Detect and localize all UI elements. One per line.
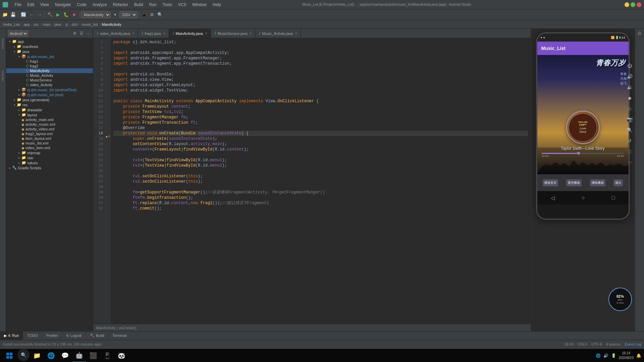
tree-main-activity[interactable]: C MainActivity [6, 68, 93, 73]
camera-icon[interactable]: 📷 [626, 116, 633, 123]
bottom-tab-logcat[interactable]: 6: Logcat [62, 331, 86, 340]
nav-vedio-list[interactable]: Vedio_List [3, 22, 20, 26]
tab-close-music[interactable]: × [295, 32, 297, 35]
toolbar-back-btn[interactable]: ← [28, 11, 35, 18]
toolbar-sdk-btn[interactable]: ⚙ [148, 11, 156, 18]
tree-music-service[interactable]: C MusicService [6, 78, 93, 82]
tree-java[interactable]: ▾ 📁 java [6, 49, 93, 54]
tree-activity-main-xml[interactable]: ◉ activity_main.xml [6, 117, 93, 122]
config-dropdown[interactable]: MainActivity [81, 11, 111, 18]
tree-frag1[interactable]: C frag1 [6, 59, 93, 64]
toolbar-run-btn[interactable]: ▶ [54, 11, 62, 18]
nav-music-list[interactable]: music_list [82, 22, 98, 26]
volume-down-icon[interactable]: 🔉 [626, 84, 633, 90]
minimize-button[interactable] [625, 2, 629, 7]
tab-close-frag1[interactable]: × [163, 32, 165, 35]
taskbar-extra1[interactable]: 📱 [101, 349, 114, 362]
project-view-select[interactable]: Android [8, 31, 28, 37]
nav-java[interactable]: java [54, 22, 61, 26]
tree-layout[interactable]: ▾ 📁 layout [6, 112, 93, 117]
taskbar-android-studio[interactable]: 🤖 [72, 349, 86, 362]
structure-tab[interactable]: Structure [1, 30, 5, 57]
tab-music-activity[interactable]: J Music_Activity.java × [255, 29, 301, 38]
tree-package-androidtest[interactable]: ▸ 📦 zj.dzh.music_list (androidTest) [6, 87, 93, 92]
menu-window[interactable]: Window [190, 2, 209, 8]
bottom-tab-todo[interactable]: TODO [23, 331, 42, 340]
tab-close-main[interactable]: × [205, 32, 207, 35]
tree-java-generated[interactable]: ▸ 📁 java (generated) [6, 97, 93, 102]
menu-view[interactable]: View [38, 2, 52, 8]
taskbar-browser[interactable]: 🌐 [44, 349, 58, 362]
project-close-icon[interactable]: − [86, 31, 91, 36]
phone-btn-pause[interactable]: 暂停播放 [566, 179, 582, 186]
project-settings-icon[interactable]: ⚙ [72, 31, 77, 36]
tree-activity-music-xml[interactable]: ◉ activity_music.xml [6, 122, 93, 127]
toolbar-debug-btn[interactable]: 🐛 [62, 11, 70, 18]
taskbar-search[interactable]: 🔍 [17, 349, 30, 361]
toolbar-stop-btn[interactable]: ■ [70, 11, 78, 18]
menu-tools[interactable]: Tools [160, 2, 175, 8]
phone-btn-exit[interactable]: 退出 [613, 179, 623, 186]
tray-battery-icon[interactable]: 🔋 [611, 353, 616, 358]
bottom-tab-build[interactable]: 🔨 Build [86, 331, 108, 340]
bottom-tab-run[interactable]: ▶ 4: Run [0, 331, 23, 340]
tree-frag2-layout-xml[interactable]: ◉ frag2_layout.xml [6, 131, 93, 136]
project-layout-icon[interactable]: ☰ [79, 31, 84, 36]
tree-drawable[interactable]: ▸ 📁 drawable [6, 107, 93, 112]
menu-refactor[interactable]: Refactor [110, 2, 131, 8]
tree-raw[interactable]: ▸ 📁 raw [6, 155, 93, 160]
toolbar-build-btn[interactable]: 🔨 [46, 11, 54, 18]
tree-values[interactable]: ▸ 📁 values [6, 160, 93, 165]
tab-close-video[interactable]: × [132, 32, 135, 35]
power-icon[interactable]: ⏻ [626, 62, 633, 69]
favorites-tab[interactable]: Favorites [1, 62, 5, 89]
tree-package-test[interactable]: ▸ 📦 zj.dzh.music_list (test) [6, 92, 93, 97]
menu-analyze[interactable]: Analyze [90, 2, 110, 8]
maximize-button[interactable] [631, 2, 635, 7]
toolbar-avd-btn[interactable]: 📱 [140, 11, 148, 18]
gradle-icon[interactable]: G [636, 30, 643, 37]
taskbar-terminal[interactable]: ⬛ [87, 349, 100, 362]
progress-bar[interactable] [542, 153, 624, 154]
nav-main-activity[interactable]: MainActivity [102, 22, 121, 26]
tree-package-main[interactable]: ▾ 📦 zj.dzh.music_list [6, 54, 93, 59]
tab-video-activity[interactable]: J video_Activity.java × [93, 29, 138, 38]
tree-music-activity[interactable]: C Music_Activity [6, 73, 93, 78]
taskbar-extra2[interactable]: 🐼 [115, 349, 128, 362]
menu-run[interactable]: Run [147, 2, 159, 8]
tray-network-icon[interactable]: 🌐 [596, 353, 601, 358]
gem-icon[interactable]: ◇ [626, 105, 633, 112]
nav-app[interactable]: app [23, 22, 30, 26]
diamond-icon[interactable]: ◆ [626, 95, 633, 101]
phone-btn-play[interactable]: 播放音乐 [543, 179, 558, 186]
zoom-in-icon[interactable]: 🔍 [626, 127, 633, 133]
nav-src[interactable]: src [34, 22, 39, 26]
volume-up-icon[interactable]: 🔊 [626, 73, 633, 80]
event-log-link[interactable]: Event Log [625, 342, 641, 346]
tree-music-list-xml[interactable]: ◉ music_list.xml [6, 141, 93, 145]
tray-volume-icon[interactable]: 🔊 [603, 353, 608, 358]
menu-build[interactable]: Build [131, 2, 146, 8]
toolbar-project-btn[interactable]: 📁 [1, 11, 9, 18]
tab-close-service[interactable]: × [250, 32, 252, 35]
nav-zj[interactable]: zj [65, 22, 68, 26]
tab-music-service[interactable]: J MusicService.java × [211, 29, 255, 38]
menu-vcs[interactable]: VCS [175, 2, 189, 8]
tree-res[interactable]: ▾ 📁 res [6, 102, 93, 107]
code-editor[interactable]: 1 2 3 4 5 6 7 8 9 10 11 12 13 14 15 16 1… [93, 38, 531, 324]
menu-code[interactable]: Code [74, 2, 89, 8]
rotate-icon[interactable]: ↺ [626, 137, 633, 144]
tree-video-item-xml[interactable]: ◉ video_item.xml [6, 145, 93, 150]
toolbar-save-btn[interactable]: 💾 [9, 11, 17, 18]
toolbar-sync-btn[interactable]: 🔄 [20, 11, 27, 18]
phone-back-btn[interactable]: ◁ [551, 195, 555, 201]
nav-main[interactable]: main [43, 22, 51, 26]
bottom-tab-profiler[interactable]: Profiler [42, 331, 62, 340]
toolbar-forward-btn[interactable]: → [36, 11, 43, 18]
tree-manifests[interactable]: ▸ 📁 manifests [6, 44, 93, 49]
clock-display[interactable]: 16:14 2020/8/23 [619, 351, 634, 360]
start-button[interactable] [3, 349, 16, 362]
taskbar-files[interactable]: 📁 [30, 349, 44, 362]
tree-activity-video-xml[interactable]: ◉ activity_video.xml [6, 127, 93, 131]
phone-recents-btn[interactable]: □ [612, 195, 615, 201]
